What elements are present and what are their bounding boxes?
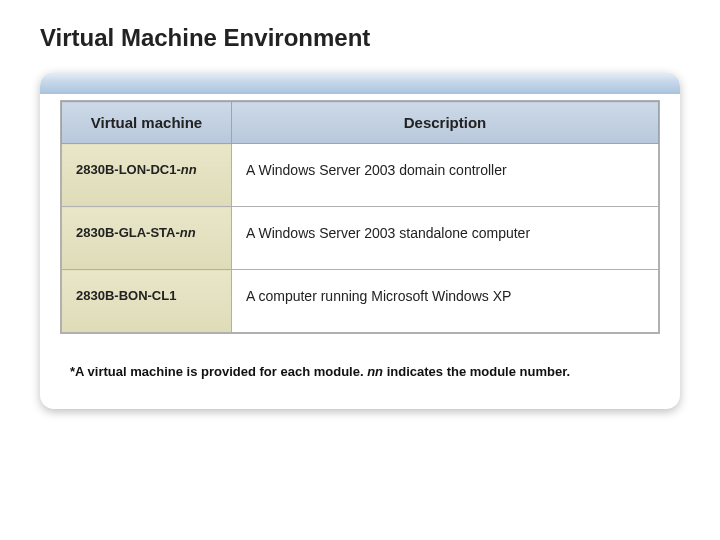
vm-table: Virtual machine Description 2830B-LON-DC… — [61, 101, 659, 333]
vm-name-cell: 2830B-GLA-STA-nn — [62, 207, 232, 270]
content-panel: Virtual machine Description 2830B-LON-DC… — [40, 72, 680, 409]
vm-description-cell: A computer running Microsoft Windows XP — [232, 270, 659, 333]
footnote-part1: *A virtual machine is provided for each … — [70, 364, 367, 379]
vm-description-cell: A Windows Server 2003 domain controller — [232, 144, 659, 207]
header-description: Description — [232, 102, 659, 144]
table-row: 2830B-BON-CL1 A computer running Microso… — [62, 270, 659, 333]
vm-table-container: Virtual machine Description 2830B-LON-DC… — [60, 100, 660, 334]
vm-name-prefix: 2830B-BON-CL1 — [76, 288, 176, 303]
vm-name-cell: 2830B-LON-DC1-nn — [62, 144, 232, 207]
table-row: 2830B-GLA-STA-nn A Windows Server 2003 s… — [62, 207, 659, 270]
vm-name-suffix: nn — [181, 162, 197, 177]
footnote-nn: nn — [367, 364, 383, 379]
vm-name-cell: 2830B-BON-CL1 — [62, 270, 232, 333]
header-vm: Virtual machine — [62, 102, 232, 144]
vm-name-prefix: 2830B-LON-DC1- — [76, 162, 181, 177]
footnote-part2: indicates the module number. — [383, 364, 570, 379]
page-title: Virtual Machine Environment — [40, 24, 680, 52]
vm-description-cell: A Windows Server 2003 standalone compute… — [232, 207, 659, 270]
vm-name-prefix: 2830B-GLA-STA- — [76, 225, 180, 240]
table-row: 2830B-LON-DC1-nn A Windows Server 2003 d… — [62, 144, 659, 207]
vm-name-suffix: nn — [180, 225, 196, 240]
footnote: *A virtual machine is provided for each … — [60, 364, 660, 379]
